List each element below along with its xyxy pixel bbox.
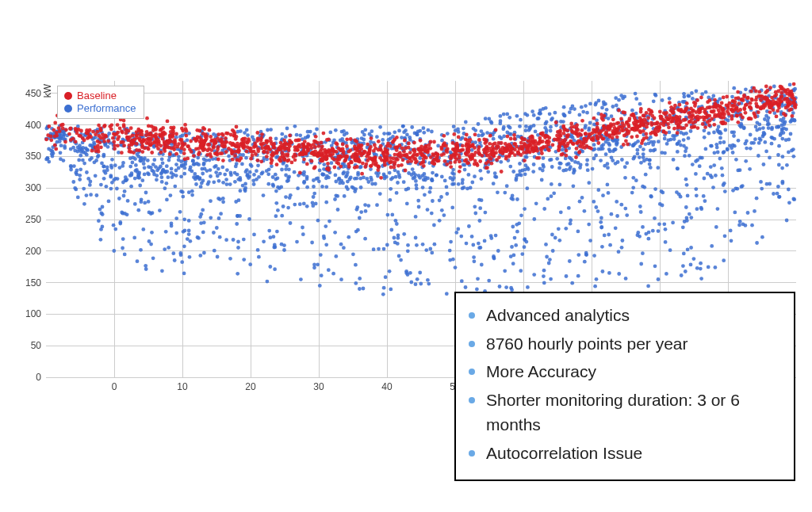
svg-point-3670 [326, 162, 330, 166]
svg-point-3543 [561, 141, 565, 145]
svg-point-2622 [685, 101, 689, 105]
svg-point-2179 [703, 199, 707, 203]
svg-point-369 [569, 219, 573, 223]
svg-point-2116 [342, 170, 346, 174]
svg-point-56 [133, 177, 137, 181]
svg-point-1259 [746, 211, 750, 215]
svg-point-2892 [285, 159, 289, 163]
svg-point-2000 [224, 238, 228, 242]
svg-point-2877 [775, 93, 779, 97]
svg-point-1775 [572, 184, 576, 188]
svg-point-658 [478, 206, 482, 210]
svg-point-740 [390, 213, 394, 217]
svg-point-386 [691, 162, 695, 166]
svg-point-2824 [722, 96, 726, 100]
svg-point-1812 [623, 176, 627, 180]
svg-point-717 [430, 212, 434, 216]
svg-point-91 [712, 163, 716, 167]
svg-point-1983 [202, 162, 206, 166]
svg-point-1626 [772, 192, 776, 196]
svg-point-3419 [757, 94, 761, 98]
svg-point-2911 [373, 147, 377, 151]
svg-point-936 [662, 222, 666, 226]
svg-point-1282 [754, 125, 758, 129]
svg-point-2095 [621, 239, 625, 243]
svg-point-1275 [196, 156, 200, 160]
svg-point-3195 [621, 110, 625, 114]
svg-point-2194 [408, 138, 412, 142]
svg-point-3757 [313, 165, 317, 169]
svg-point-1793 [518, 170, 522, 174]
svg-point-1614 [700, 156, 704, 160]
svg-point-452 [519, 269, 523, 273]
svg-point-3708 [149, 132, 153, 136]
svg-point-1757 [369, 176, 373, 180]
svg-point-2079 [325, 174, 329, 178]
svg-point-2145 [569, 165, 573, 169]
svg-point-1273 [716, 151, 720, 155]
svg-point-1882 [694, 187, 698, 191]
svg-point-3883 [735, 106, 739, 110]
svg-text:300: 300 [25, 182, 41, 193]
svg-point-1976 [418, 176, 422, 180]
svg-point-3051 [725, 95, 729, 99]
svg-point-310 [583, 260, 587, 264]
svg-point-1574 [179, 174, 183, 178]
svg-point-3440 [365, 162, 369, 166]
svg-point-1827 [511, 194, 515, 198]
svg-point-2600 [792, 82, 796, 86]
svg-point-3096 [88, 128, 92, 132]
svg-point-3599 [379, 144, 383, 148]
svg-point-1315 [733, 211, 737, 215]
svg-point-530 [753, 209, 756, 213]
svg-point-1410 [762, 133, 766, 137]
svg-point-3811 [378, 156, 382, 160]
svg-point-2035 [322, 235, 326, 239]
svg-point-2155 [526, 113, 530, 117]
svg-point-3914 [112, 132, 116, 136]
svg-point-1854 [415, 132, 419, 136]
svg-point-3606 [672, 127, 676, 131]
svg-point-2861 [775, 115, 779, 119]
svg-point-2143 [85, 193, 89, 197]
svg-point-3128 [682, 118, 686, 122]
svg-point-1515 [194, 182, 198, 186]
svg-point-3580 [595, 134, 599, 138]
svg-point-1289 [363, 203, 367, 207]
svg-point-2032 [413, 175, 417, 179]
svg-point-257 [131, 161, 135, 165]
svg-point-2727 [445, 162, 449, 166]
svg-point-1405 [234, 200, 238, 204]
svg-point-285 [448, 249, 452, 253]
svg-point-83 [610, 212, 614, 216]
svg-point-1225 [286, 206, 290, 210]
svg-point-1971 [69, 164, 73, 168]
svg-point-3776 [546, 139, 550, 143]
svg-point-1668 [661, 191, 665, 195]
svg-point-138 [296, 186, 300, 190]
svg-point-3525 [699, 96, 703, 100]
svg-point-3680 [53, 134, 57, 138]
svg-point-3931 [699, 116, 703, 120]
svg-point-843 [723, 189, 727, 193]
svg-point-3590 [282, 139, 286, 143]
svg-point-2013 [240, 162, 244, 166]
svg-point-3200 [48, 124, 52, 128]
svg-point-1499 [355, 208, 359, 212]
svg-point-903 [370, 182, 374, 186]
svg-point-3742 [376, 164, 380, 168]
svg-point-918 [653, 264, 657, 268]
svg-point-2272 [630, 135, 634, 139]
svg-point-3601 [102, 139, 106, 143]
svg-point-3515 [297, 138, 301, 142]
svg-point-3240 [535, 156, 539, 160]
svg-point-1072 [110, 158, 114, 162]
svg-point-3189 [703, 110, 707, 114]
svg-point-914 [499, 114, 503, 118]
svg-point-745 [664, 227, 668, 231]
svg-point-502 [611, 105, 615, 109]
svg-point-553 [776, 185, 780, 189]
svg-point-3446 [314, 135, 318, 139]
svg-point-438 [753, 137, 757, 141]
svg-point-3751 [660, 115, 664, 119]
